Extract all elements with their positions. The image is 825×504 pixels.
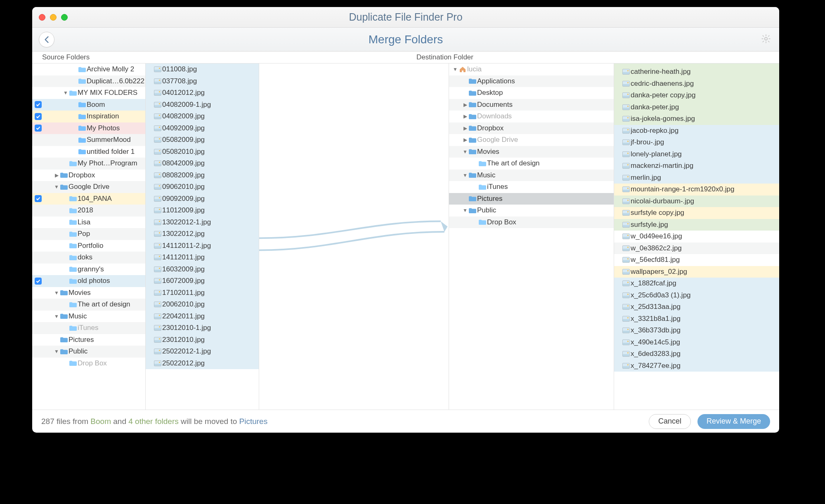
destination-file-item[interactable]: surfstyle.jpg bbox=[614, 219, 779, 231]
source-tree-item[interactable]: Portfolio bbox=[32, 240, 145, 252]
destination-file-item[interactable]: mackenzi-martin.jpg bbox=[614, 160, 779, 172]
destination-file-item[interactable]: nicolai-durbaum-.jpg bbox=[614, 195, 779, 207]
source-tree-item[interactable]: granny's bbox=[32, 264, 145, 276]
source-file-item[interactable]: 16032009.jpg bbox=[146, 264, 259, 276]
checkbox-icon[interactable] bbox=[35, 113, 42, 120]
review-merge-button[interactable]: Review & Merge bbox=[697, 414, 770, 429]
disclosure-triangle-icon[interactable]: ▼ bbox=[54, 290, 59, 296]
destination-file-item[interactable]: wallpapers_02.jpg bbox=[614, 266, 779, 278]
destination-tree-item[interactable]: iTunes bbox=[449, 181, 614, 193]
source-tree-item[interactable]: untitled folder 1 bbox=[32, 146, 145, 158]
destination-file-item[interactable]: danka-peter copy.jpg bbox=[614, 89, 779, 101]
destination-file-item[interactable]: x_25d313aa.jpg bbox=[614, 301, 779, 313]
destination-file-list[interactable]: catherine-heath.jpgcedric-dhaenens.jpgda… bbox=[614, 64, 779, 410]
source-file-item[interactable]: 25022012.jpg bbox=[146, 358, 259, 370]
source-file-item[interactable]: 13022012-1.jpg bbox=[146, 217, 259, 228]
source-file-item[interactable]: 05082010.jpg bbox=[146, 146, 259, 158]
source-file-item[interactable]: 22042011.jpg bbox=[146, 311, 259, 323]
source-tree-item[interactable]: My Phot…Program bbox=[32, 158, 145, 170]
disclosure-triangle-icon[interactable]: ▶ bbox=[54, 172, 59, 178]
source-file-item[interactable]: 13022012.jpg bbox=[146, 228, 259, 240]
source-file-item[interactable]: 23012010-1.jpg bbox=[146, 322, 259, 334]
source-tree-item[interactable]: Inspiration bbox=[32, 111, 145, 122]
zoom-window-button[interactable] bbox=[61, 14, 68, 21]
source-file-item[interactable]: 037708.jpg bbox=[146, 75, 259, 87]
destination-file-item[interactable]: isa-jokela-gomes.jpg bbox=[614, 113, 779, 125]
destination-tree-item[interactable]: Pictures bbox=[449, 193, 614, 205]
minimize-window-button[interactable] bbox=[50, 14, 57, 21]
source-file-item[interactable]: 17102011.jpg bbox=[146, 287, 259, 299]
source-tree-item[interactable]: The art of design bbox=[32, 299, 145, 311]
destination-file-item[interactable]: w_0d49ee16.jpg bbox=[614, 231, 779, 243]
source-tree[interactable]: Archive Molly 2Duplicat…6.0b222▼MY MIX F… bbox=[32, 64, 146, 410]
disclosure-triangle-icon[interactable]: ▼ bbox=[452, 66, 458, 72]
source-file-item[interactable]: 08082009.jpg bbox=[146, 170, 259, 181]
source-tree-item[interactable]: ▼Music bbox=[32, 311, 145, 323]
destination-file-item[interactable]: cedric-dhaenens.jpg bbox=[614, 78, 779, 90]
source-tree-item[interactable]: Pictures bbox=[32, 334, 145, 346]
destination-tree-item[interactable]: The art of design bbox=[449, 158, 614, 170]
destination-file-item[interactable]: surfstyle copy.jpg bbox=[614, 207, 779, 219]
source-file-item[interactable]: 11012009.jpg bbox=[146, 205, 259, 217]
destination-file-item[interactable]: jf-brou-.jpg bbox=[614, 137, 779, 148]
destination-file-item[interactable]: mountain-range-1-rcm1920x0.jpg bbox=[614, 184, 779, 195]
destination-file-item[interactable]: x_784277ee.jpg bbox=[614, 360, 779, 372]
disclosure-triangle-icon[interactable]: ▶ bbox=[462, 125, 468, 131]
destination-tree-item[interactable]: Applications bbox=[449, 75, 614, 87]
source-tree-item[interactable]: ▶Dropbox bbox=[32, 170, 145, 181]
checkbox-icon[interactable] bbox=[35, 125, 42, 132]
disclosure-triangle-icon[interactable]: ▼ bbox=[54, 184, 59, 190]
destination-tree-item[interactable]: ▶Dropbox bbox=[449, 122, 614, 134]
source-tree-item[interactable]: Drop Box bbox=[32, 358, 145, 370]
source-file-item[interactable]: 04082009.jpg bbox=[146, 111, 259, 122]
disclosure-triangle-icon[interactable]: ▼ bbox=[54, 349, 59, 354]
destination-tree-item[interactable]: ▼Movies bbox=[449, 146, 614, 158]
source-tree-item[interactable]: 2018 bbox=[32, 205, 145, 217]
destination-tree-item[interactable]: Desktop bbox=[449, 87, 614, 99]
cancel-button[interactable]: Cancel bbox=[649, 414, 691, 429]
settings-button[interactable] bbox=[761, 34, 771, 45]
destination-file-item[interactable]: merlin.jpg bbox=[614, 172, 779, 184]
source-file-item[interactable]: 23012010.jpg bbox=[146, 334, 259, 346]
source-tree-item[interactable]: doks bbox=[32, 252, 145, 264]
destination-file-item[interactable]: w_0e3862c2.jpg bbox=[614, 243, 779, 254]
source-tree-item[interactable]: Duplicat…6.0b222 bbox=[32, 75, 145, 87]
destination-file-item[interactable]: x_25c6d0a3 (1).jpg bbox=[614, 290, 779, 301]
close-window-button[interactable] bbox=[39, 14, 45, 21]
checkbox-icon[interactable] bbox=[35, 278, 42, 285]
source-file-item[interactable]: 09062010.jpg bbox=[146, 181, 259, 193]
disclosure-triangle-icon[interactable]: ▼ bbox=[462, 207, 468, 213]
destination-file-item[interactable]: x_3321b8a1.jpg bbox=[614, 313, 779, 325]
disclosure-triangle-icon[interactable]: ▶ bbox=[462, 102, 468, 108]
disclosure-triangle-icon[interactable]: ▼ bbox=[54, 313, 59, 319]
destination-file-item[interactable]: w_56ecfd81.jpg bbox=[614, 254, 779, 266]
destination-tree-item[interactable]: ▼Music bbox=[449, 170, 614, 181]
source-file-item[interactable]: 011008.jpg bbox=[146, 64, 259, 75]
destination-file-item[interactable]: x_6ded3283.jpg bbox=[614, 348, 779, 360]
source-tree-item[interactable]: SummerMood bbox=[32, 134, 145, 146]
source-file-item[interactable]: 04092009.jpg bbox=[146, 122, 259, 134]
source-file-item[interactable]: 05082009.jpg bbox=[146, 134, 259, 146]
source-tree-item[interactable]: My Photos bbox=[32, 122, 145, 134]
source-tree-item[interactable]: Pop bbox=[32, 228, 145, 240]
source-file-item[interactable]: 08042009.jpg bbox=[146, 158, 259, 170]
source-file-item[interactable]: 14112011.jpg bbox=[146, 252, 259, 264]
destination-file-item[interactable]: danka-peter.jpg bbox=[614, 101, 779, 113]
checkbox-icon[interactable] bbox=[35, 101, 42, 108]
destination-tree-item[interactable]: ▼lucia bbox=[449, 64, 614, 75]
source-tree-item[interactable]: iTunes bbox=[32, 322, 145, 334]
destination-tree-item[interactable]: ▼Public bbox=[449, 205, 614, 217]
destination-tree-item[interactable]: Drop Box bbox=[449, 217, 614, 228]
source-tree-item[interactable]: 104_PANA bbox=[32, 193, 145, 205]
destination-tree-item[interactable]: ▶Documents bbox=[449, 99, 614, 111]
disclosure-triangle-icon[interactable]: ▶ bbox=[462, 137, 468, 143]
source-file-item[interactable]: 04012012.jpg bbox=[146, 87, 259, 99]
destination-file-item[interactable]: lonely-planet.jpg bbox=[614, 148, 779, 160]
source-tree-item[interactable]: Lisa bbox=[32, 217, 145, 228]
disclosure-triangle-icon[interactable]: ▼ bbox=[462, 172, 468, 178]
destination-file-item[interactable]: jacob-repko.jpg bbox=[614, 125, 779, 137]
source-tree-item[interactable]: ▼Movies bbox=[32, 287, 145, 299]
source-file-item[interactable]: 16072009.jpg bbox=[146, 275, 259, 287]
checkbox-icon[interactable] bbox=[35, 195, 42, 202]
source-tree-item[interactable]: Boom bbox=[32, 99, 145, 111]
